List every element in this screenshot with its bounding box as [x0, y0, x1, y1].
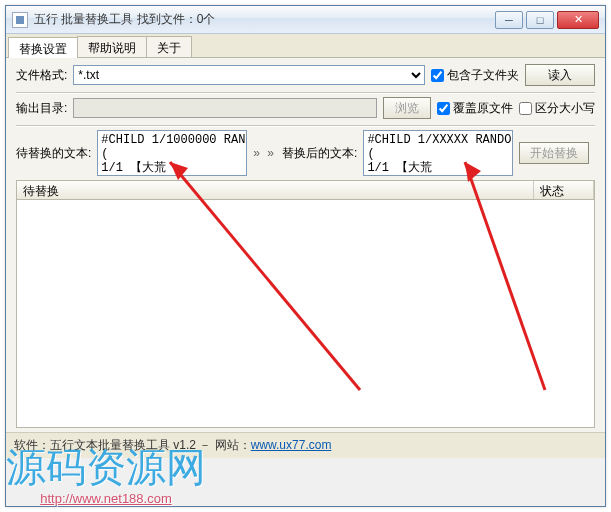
tab-about[interactable]: 关于: [146, 36, 192, 57]
case-sensitive-input[interactable]: [519, 102, 532, 115]
tab-bar: 替换设置 帮助说明 关于: [6, 34, 605, 58]
output-dir-input[interactable]: [73, 98, 377, 118]
status-soft-name: 五行文本批量替换工具 v1.2: [50, 438, 196, 452]
list-body[interactable]: [16, 200, 595, 428]
after-label: 替换后的文本:: [282, 145, 357, 162]
status-sep: －: [196, 438, 215, 452]
include-subfolders-label: 包含子文件夹: [447, 67, 519, 84]
status-site-label: 网站：: [215, 438, 251, 452]
status-bar: 软件：五行文本批量替换工具 v1.2 － 网站：www.ux77.com: [6, 432, 605, 458]
tab-replace-settings[interactable]: 替换设置: [8, 37, 78, 58]
overwrite-checkbox[interactable]: 覆盖原文件: [437, 100, 513, 117]
divider: [16, 125, 595, 126]
file-format-label: 文件格式:: [16, 67, 67, 84]
include-subfolders-checkbox[interactable]: 包含子文件夹: [431, 67, 519, 84]
status-site-link[interactable]: www.ux77.com: [251, 438, 332, 452]
app-icon: [12, 12, 28, 28]
status-soft-label: 软件：: [14, 438, 50, 452]
list-header: 待替换 状态: [16, 180, 595, 200]
close-button[interactable]: ✕: [557, 11, 599, 29]
arrow-icon: » »: [253, 146, 276, 160]
file-format-row: 文件格式: *.txt 包含子文件夹 读入: [16, 64, 595, 86]
divider: [16, 92, 595, 93]
start-replace-button[interactable]: 开始替换: [519, 142, 589, 164]
application-window: 五行 批量替换工具 找到文件：0个 ─ □ ✕ 替换设置 帮助说明 关于 文件格…: [5, 5, 606, 507]
col-status[interactable]: 状态: [534, 181, 594, 199]
window-title: 五行 批量替换工具 找到文件：0个: [34, 11, 495, 28]
after-textarea[interactable]: #CHILD 1/XXXXX RANDOM ( 1/1 【大荒: [363, 130, 513, 176]
window-controls: ─ □ ✕: [495, 11, 599, 29]
titlebar[interactable]: 五行 批量替换工具 找到文件：0个 ─ □ ✕: [6, 6, 605, 34]
minimize-button[interactable]: ─: [495, 11, 523, 29]
output-dir-label: 输出目录:: [16, 100, 67, 117]
browse-button[interactable]: 浏览: [383, 97, 431, 119]
read-button[interactable]: 读入: [525, 64, 595, 86]
case-sensitive-label: 区分大小写: [535, 100, 595, 117]
output-dir-row: 输出目录: 浏览 覆盖原文件 区分大小写: [16, 97, 595, 119]
overwrite-input[interactable]: [437, 102, 450, 115]
maximize-button[interactable]: □: [526, 11, 554, 29]
list-container: 待替换 状态: [6, 180, 605, 432]
replace-row: 待替换的文本: #CHILD 1/1000000 RANDOM ( 1/1 【大…: [16, 130, 595, 176]
include-subfolders-input[interactable]: [431, 69, 444, 82]
file-format-select[interactable]: *.txt: [73, 65, 425, 85]
case-sensitive-checkbox[interactable]: 区分大小写: [519, 100, 595, 117]
client-area: 文件格式: *.txt 包含子文件夹 读入 输出目录: 浏览 覆盖原文件 区分大…: [6, 58, 605, 180]
overwrite-label: 覆盖原文件: [453, 100, 513, 117]
before-label: 待替换的文本:: [16, 145, 91, 162]
tab-help[interactable]: 帮助说明: [77, 36, 147, 57]
col-pending[interactable]: 待替换: [17, 181, 534, 199]
before-textarea[interactable]: #CHILD 1/1000000 RANDOM ( 1/1 【大荒: [97, 130, 247, 176]
